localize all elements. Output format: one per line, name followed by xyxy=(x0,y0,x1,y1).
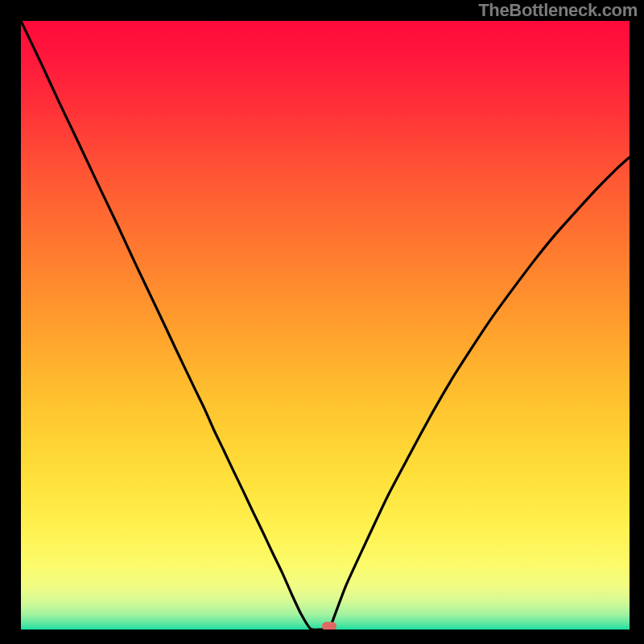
attribution-label: TheBottleneck.com xyxy=(478,0,638,21)
chart-frame: TheBottleneck.com xyxy=(0,0,644,644)
optimal-point-marker xyxy=(322,622,336,630)
plot-area xyxy=(21,21,630,630)
bottleneck-curve xyxy=(21,21,630,630)
curve-svg xyxy=(21,21,630,630)
